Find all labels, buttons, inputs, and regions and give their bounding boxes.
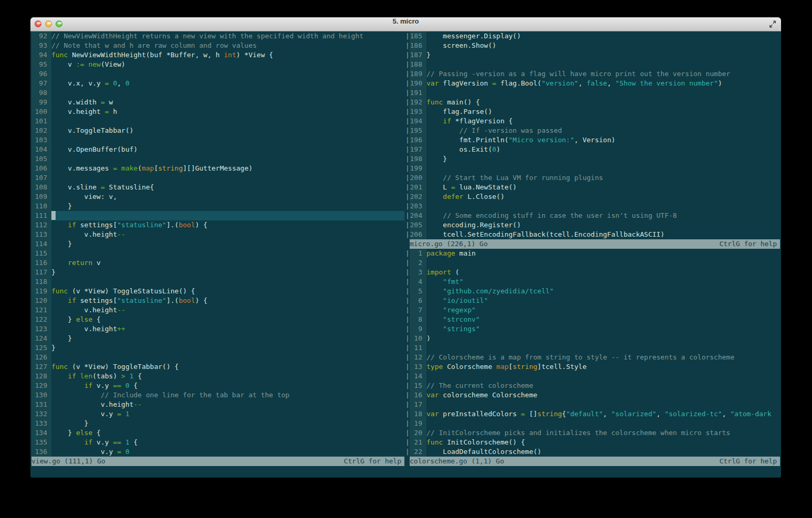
- code-line[interactable]: |200 // Start the Lua VM for running plu…: [405, 173, 780, 183]
- code-line[interactable]: 121 v.height--: [31, 305, 404, 315]
- code-line[interactable]: |17: [405, 400, 780, 409]
- code-line[interactable]: 131 v.height--: [31, 400, 404, 409]
- diagonal-resize-arrows-icon[interactable]: [769, 20, 776, 28]
- code-line[interactable]: 113 v.height--: [31, 230, 404, 239]
- code-line[interactable]: |15// The current colorscheme: [405, 381, 780, 390]
- code-line[interactable]: |199: [405, 164, 780, 173]
- code-line[interactable]: 114 }: [31, 239, 404, 249]
- code-line[interactable]: |3import (: [405, 268, 780, 277]
- code-line[interactable]: |197 os.Exit(0): [405, 145, 780, 154]
- code-line[interactable]: 111: [31, 211, 404, 220]
- code-line[interactable]: |198 }: [405, 154, 780, 164]
- code-line[interactable]: 124 }: [31, 334, 404, 343]
- code-line[interactable]: |201 L = lua.NewState(): [405, 183, 780, 192]
- token-c: // Some encoding stuff in case the user …: [426, 212, 677, 219]
- code-line[interactable]: 112 if settings["statusline"].(bool) {: [31, 220, 404, 230]
- code-line[interactable]: |13type Colorscheme map[string]tcell.Sty…: [405, 362, 780, 372]
- code-line[interactable]: 95 v := new(View): [31, 60, 404, 69]
- code-line[interactable]: 108 v.sline = Statusline{: [31, 183, 404, 192]
- code-line[interactable]: |20// InitColorscheme picks and initiali…: [405, 428, 780, 438]
- code-line[interactable]: 109 view: v,: [31, 192, 404, 202]
- code-line[interactable]: |11: [405, 343, 780, 353]
- code-line[interactable]: 118: [31, 277, 404, 287]
- code-line[interactable]: |19: [405, 419, 780, 428]
- code-line[interactable]: 130 // Include one line for the tab bar …: [31, 390, 404, 400]
- code-line[interactable]: |22 LoadDefaultColorscheme(): [405, 447, 780, 457]
- code-line[interactable]: 103: [31, 135, 404, 145]
- code-line[interactable]: |8 "strconv": [405, 315, 780, 324]
- code-line[interactable]: 128 if len(tabs) > 1 {: [31, 372, 404, 381]
- code-line[interactable]: 132 v.y = 1: [31, 409, 404, 419]
- code-line[interactable]: |188: [405, 60, 780, 69]
- code-line[interactable]: |194 if *flagVersion {: [405, 117, 780, 126]
- code-line[interactable]: 97 v.x, v.y = 0, 0: [31, 79, 404, 88]
- code-line[interactable]: 120 if settings["statusline"].(bool) {: [31, 296, 404, 305]
- code-line[interactable]: |21func InitColorscheme() {: [405, 438, 780, 447]
- code-text: import (: [426, 268, 780, 277]
- code-line[interactable]: 105: [31, 154, 404, 164]
- token-c: // Colorscheme is a map from string to s…: [426, 353, 734, 361]
- code-line[interactable]: 115: [31, 249, 404, 258]
- code-line[interactable]: |195 // If -version was passed: [405, 126, 780, 135]
- code-line[interactable]: |6 "io/ioutil": [405, 296, 780, 305]
- code-line[interactable]: |2: [405, 258, 780, 268]
- code-line[interactable]: |192func main() {: [405, 98, 780, 107]
- code-line[interactable]: 94func NewViewWidthHeight(buf *Buffer, w…: [31, 50, 404, 60]
- code-line[interactable]: 98: [31, 88, 404, 98]
- code-line[interactable]: |9 "strings": [405, 324, 780, 334]
- command-bar[interactable]: [30, 466, 781, 475]
- code-line[interactable]: 96: [31, 69, 404, 79]
- code-line[interactable]: 102 v.ToggleTabbar(): [31, 126, 404, 135]
- code-line[interactable]: 129 if v.y == 0 {: [31, 381, 404, 390]
- code-line[interactable]: |193 flag.Parse(): [405, 107, 780, 117]
- code-line[interactable]: |14: [405, 372, 780, 381]
- code-line[interactable]: 110 }: [31, 202, 404, 211]
- split-divider-icon: |: [405, 60, 410, 69]
- code-line[interactable]: |203: [405, 202, 780, 211]
- code-line[interactable]: 107: [31, 173, 404, 183]
- code-line[interactable]: 125}: [31, 343, 404, 353]
- code-line[interactable]: |1package main: [405, 249, 780, 258]
- code-line[interactable]: 99 v.width = w: [31, 98, 404, 107]
- code-line[interactable]: |204 // Some encoding stuff in case the …: [405, 211, 780, 220]
- code-line[interactable]: 123 v.height++: [31, 324, 404, 334]
- code-line[interactable]: 116 return v: [31, 258, 404, 268]
- code-line[interactable]: 119func (v *View) ToggleStatusLine() {: [31, 287, 404, 296]
- code-line[interactable]: |191: [405, 88, 780, 98]
- code-line[interactable]: |16var colorscheme Colorscheme: [405, 390, 780, 400]
- code-text: v := new(View): [51, 60, 404, 69]
- code-line[interactable]: 126: [31, 353, 404, 362]
- code-line[interactable]: |202 defer L.Close(): [405, 192, 780, 202]
- code-line[interactable]: |10): [405, 334, 780, 343]
- code-line[interactable]: 93// Note that w and h are raw column an…: [31, 41, 404, 50]
- token-c: // If -version was passed: [426, 126, 562, 134]
- code-line[interactable]: |7 "regexp": [405, 305, 780, 315]
- code-line[interactable]: |190var flagVersion = flag.Bool("version…: [405, 79, 780, 88]
- code-line[interactable]: 106 v.messages = make(map[string][]Gutte…: [31, 164, 404, 173]
- code-line[interactable]: 104 v.OpenBuffer(buf): [31, 145, 404, 154]
- code-line[interactable]: 133 }: [31, 419, 404, 428]
- token-w: []: [525, 410, 537, 418]
- code-line[interactable]: |187}: [405, 50, 780, 60]
- code-line[interactable]: |5 "github.com/zyedidia/tcell": [405, 287, 780, 296]
- code-line[interactable]: |185 messenger.Display(): [405, 31, 780, 41]
- code-line[interactable]: 135 if v.y == 1 {: [31, 438, 404, 447]
- code-line[interactable]: 134 } else {: [31, 428, 404, 438]
- code-line[interactable]: |189// Passing -version as a flag will h…: [405, 69, 780, 79]
- code-line[interactable]: |12// Colorscheme is a map from string t…: [405, 353, 780, 362]
- code-line[interactable]: 122 } else {: [31, 315, 404, 324]
- code-line[interactable]: |4 "fmt": [405, 277, 780, 287]
- code-line[interactable]: |186 screen.Show(): [405, 41, 780, 50]
- code-line[interactable]: |18var preInstalledColors = []string{"de…: [405, 409, 780, 419]
- code-line[interactable]: 117}: [31, 268, 404, 277]
- code-line[interactable]: 92// NewViewWidthHeight returns a new vi…: [31, 31, 404, 41]
- line-number: 20: [410, 428, 426, 438]
- code-line[interactable]: 100 v.height = h: [31, 107, 404, 117]
- code-line[interactable]: 127func (v *View) ToggleTabbar() {: [31, 362, 404, 372]
- code-line[interactable]: 136 v.y = 0: [31, 447, 404, 457]
- code-line[interactable]: 101: [31, 117, 404, 126]
- code-line[interactable]: |205 encoding.Register(): [405, 220, 780, 230]
- title-bar[interactable]: 5. micro: [30, 17, 781, 31]
- code-line[interactable]: |206 tcell.SetEncodingFallback(tcell.Enc…: [405, 230, 780, 239]
- code-line[interactable]: |196 fmt.Println("Micro version:", Versi…: [405, 135, 780, 145]
